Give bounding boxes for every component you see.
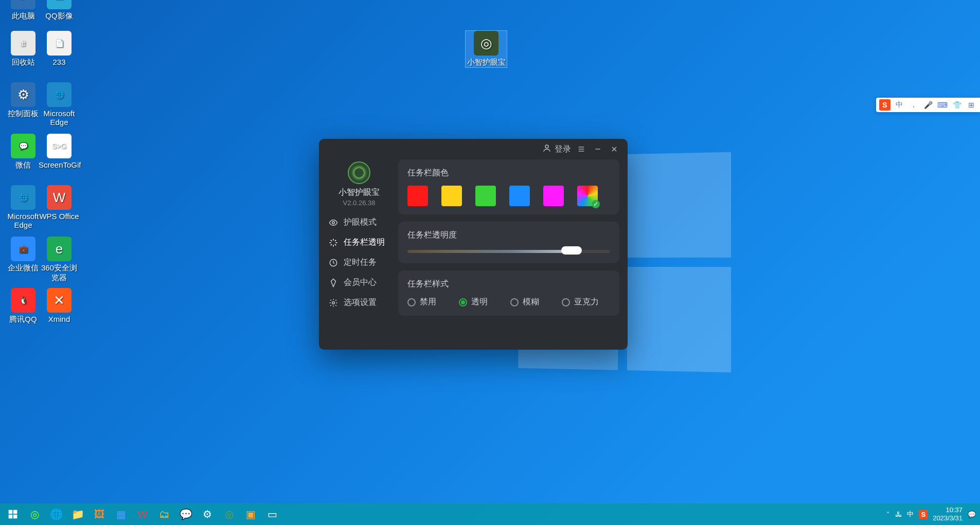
icon-glyph: 🖼 — [47, 0, 72, 9]
icon-glyph: 🐧 — [11, 288, 35, 313]
nav-item[interactable]: 护眼模式 — [326, 214, 392, 231]
login-button[interactable]: 登录 — [542, 143, 571, 155]
nav-label: 会员中心 — [344, 277, 377, 288]
desktop-icon[interactable]: 💼企业微信 — [3, 237, 44, 273]
icon-label: 233 — [39, 58, 80, 66]
icon-label: 企业微信 — [3, 263, 44, 273]
icon-glyph: ⚙ — [11, 82, 35, 107]
task-wechat[interactable]: 💬 — [177, 505, 194, 523]
color-swatch-custom[interactable] — [577, 186, 598, 206]
nav-item[interactable]: 选项设置 — [326, 294, 392, 311]
titlebar: 登录 — [319, 139, 628, 159]
color-swatch[interactable] — [407, 186, 428, 206]
opacity-slider[interactable] — [407, 248, 610, 255]
sidebar: 小智护眼宝 V2.0.26.38 护眼模式任务栏透明定时任务会员中心选项设置 — [319, 159, 396, 350]
icon-glyph: 📄 — [47, 31, 72, 56]
desktop-icon[interactable]: WWPS Office — [39, 185, 80, 221]
ime-keyboard-icon[interactable]: ⌨ — [937, 99, 948, 111]
task-360[interactable]: ◎ — [26, 505, 43, 523]
ime-toolbox-icon[interactable]: ⊞ — [966, 99, 977, 111]
desktop-icon[interactable]: e360安全浏览器 — [39, 237, 80, 283]
radio-label: 透明 — [471, 297, 488, 307]
svg-point-9 — [332, 301, 335, 304]
nav-label: 任务栏透明 — [344, 237, 385, 248]
desktop-icon[interactable]: 📄233 — [39, 31, 80, 66]
task-settings[interactable]: ⚙ — [199, 505, 216, 523]
icon-label: 腾讯QQ — [3, 315, 44, 324]
desktop-icon[interactable]: ✕Xmind — [39, 288, 80, 323]
desktop-icon[interactable]: S>GScreenToGif — [39, 134, 80, 169]
start-button[interactable] — [4, 505, 22, 523]
task-app1[interactable]: ▣ — [242, 505, 259, 523]
clock-icon — [328, 258, 338, 268]
desktop-icon[interactable]: 🖼QQ影像 — [39, 0, 80, 21]
taskbar-color-card: 任务栏颜色 — [398, 159, 619, 214]
desktop-icon[interactable]: 🌐Microsoft Edge — [39, 82, 80, 126]
app-logo-icon — [348, 161, 370, 184]
task-wps[interactable]: W — [134, 505, 151, 523]
tray-ime[interactable]: 中 — [907, 510, 914, 519]
app-name: 小智护眼宝 — [326, 187, 392, 198]
icon-label: WPS Office — [39, 212, 80, 221]
ime-skin-icon[interactable]: 👕 — [951, 99, 963, 111]
task-folder[interactable]: 🗂 — [155, 505, 173, 523]
style-radios: 禁用透明模糊亚克力 — [407, 297, 610, 307]
clock-date: 2023/3/31 — [933, 514, 963, 522]
ime-lang[interactable]: 中 — [894, 99, 905, 111]
desktop-icon[interactable]: 🌐Microsoft Edge — [3, 185, 44, 229]
menu-button[interactable] — [575, 143, 587, 155]
tray-notifications-icon[interactable]: 💬 — [968, 511, 976, 518]
desktop-icon[interactable]: 🖥此电脑 — [3, 0, 44, 21]
tray-network-icon[interactable]: 🖧 — [895, 511, 902, 518]
app-version: V2.0.26.38 — [326, 199, 392, 207]
slider-thumb[interactable] — [561, 246, 582, 255]
desktop-icon[interactable]: ⚙控制面板 — [3, 82, 44, 119]
icon-glyph: S>G — [47, 134, 72, 158]
svg-point-0 — [545, 145, 548, 148]
task-eyeguard[interactable]: ◎ — [220, 505, 238, 523]
nav-label: 护眼模式 — [344, 217, 377, 228]
desktop-icon[interactable]: 🐧腾讯QQ — [3, 288, 44, 324]
desktop-icon[interactable]: 🗑回收站 — [3, 31, 44, 67]
radio-dot-icon — [562, 298, 570, 306]
color-swatch[interactable] — [475, 186, 496, 206]
close-button[interactable] — [608, 143, 620, 155]
color-swatch[interactable] — [509, 186, 530, 206]
color-swatch[interactable] — [441, 186, 462, 206]
sparkle-icon — [328, 238, 338, 248]
ime-mic-icon[interactable]: 🎤 — [922, 99, 934, 111]
icon-label: 微信 — [3, 160, 44, 170]
minimize-button[interactable] — [592, 143, 604, 155]
radio-dot-icon — [510, 298, 519, 306]
ime-floating-bar[interactable]: S 中 ， 🎤 ⌨ 👕 ⊞ — [876, 98, 980, 112]
style-radio[interactable]: 亚克力 — [562, 297, 599, 307]
style-radio[interactable]: 模糊 — [510, 297, 539, 307]
nav-label: 定时任务 — [344, 257, 377, 268]
ime-punct-icon[interactable]: ， — [908, 99, 919, 111]
color-swatch[interactable] — [543, 186, 564, 206]
style-radio[interactable]: 透明 — [459, 297, 488, 307]
taskbar[interactable]: ◎ 🌐 📁 🖼 ▦ W 🗂 💬 ⚙ ◎ ▣ ▭ ˄ 🖧 中 S 10:37 20… — [0, 503, 980, 525]
radio-label: 亚克力 — [574, 297, 599, 307]
icon-label: 控制面板 — [3, 109, 44, 119]
nav-item[interactable]: 任务栏透明 — [326, 234, 392, 251]
svg-rect-12 — [9, 515, 13, 519]
nav-item[interactable]: 定时任务 — [326, 254, 392, 271]
task-edge[interactable]: 🌐 — [47, 505, 65, 523]
desktop-icon[interactable]: 💬微信 — [3, 134, 44, 170]
radio-dot-icon — [407, 298, 416, 306]
desktop-icon[interactable]: ◎小智护眼宝 — [466, 31, 507, 67]
task-image[interactable]: 🖼 — [91, 505, 108, 523]
sogou-logo-icon: S — [879, 99, 890, 111]
nav-item[interactable]: 会员中心 — [326, 274, 392, 291]
radio-label: 禁用 — [420, 297, 436, 307]
style-radio[interactable]: 禁用 — [407, 297, 436, 307]
icon-glyph: 🗑 — [11, 31, 35, 56]
svg-point-7 — [332, 221, 335, 224]
tray-sogou-icon[interactable]: S — [919, 510, 928, 519]
task-app2[interactable]: ▭ — [263, 505, 281, 523]
clock[interactable]: 10:37 2023/3/31 — [933, 506, 963, 522]
task-manager[interactable]: ▦ — [112, 505, 130, 523]
tray-chevron-icon[interactable]: ˄ — [886, 511, 890, 518]
task-explorer[interactable]: 📁 — [69, 505, 86, 523]
